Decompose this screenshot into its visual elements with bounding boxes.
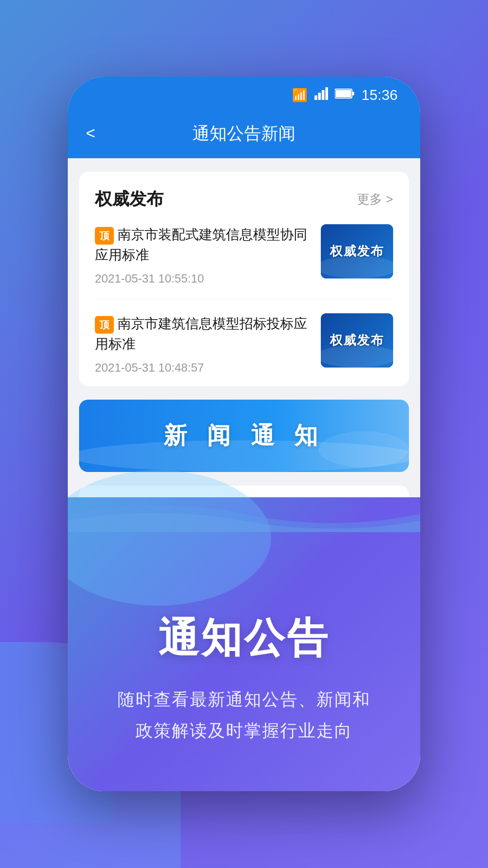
svg-rect-1 bbox=[318, 93, 321, 100]
status-icons: 📶 15:36 bbox=[292, 87, 398, 104]
svg-rect-0 bbox=[314, 95, 317, 100]
battery-icon bbox=[335, 88, 355, 102]
phone-frame: 📶 15:36 < 通知公告新闻 bbox=[68, 77, 420, 791]
news-title-2: 顶南京市建筑信息模型招标投标应用标准 bbox=[95, 313, 310, 354]
news-image-1: 权威发布 bbox=[321, 224, 393, 278]
svg-rect-6 bbox=[352, 92, 354, 95]
news-banner: 新 闻 通 知 bbox=[79, 400, 409, 472]
banner-text: 新 闻 通 知 bbox=[164, 420, 324, 452]
page-title: 通知公告新闻 bbox=[192, 122, 296, 145]
news-date-2: 2021-05-31 10:48:57 bbox=[95, 361, 310, 375]
news-date-1: 2021-05-31 10:55:10 bbox=[95, 272, 310, 286]
authority-more[interactable]: 更多 > bbox=[357, 191, 393, 208]
authority-title: 权威发布 bbox=[95, 188, 164, 211]
authority-section: 权威发布 更多 > 顶南京市装配式建筑信息模型协同应用标准 2021-05-31… bbox=[79, 172, 409, 386]
authority-header: 权威发布 更多 > bbox=[95, 188, 393, 211]
overlay-desc: 随时查看最新通知公告、新闻和 政策解读及时掌握行业走向 bbox=[117, 684, 371, 746]
back-button[interactable]: < bbox=[86, 124, 95, 143]
top-badge-1: 顶 bbox=[95, 227, 114, 245]
news-content-2: 顶南京市建筑信息模型招标投标应用标准 2021-05-31 10:48:57 bbox=[95, 313, 310, 375]
status-bar: 📶 15:36 bbox=[68, 77, 420, 113]
svg-rect-5 bbox=[336, 90, 351, 97]
wifi-icon: 📶 bbox=[292, 88, 308, 103]
overlay-title: 通知公告 bbox=[158, 611, 330, 666]
news-title-1: 顶南京市装配式建筑信息模型协同应用标准 bbox=[95, 224, 310, 265]
bottom-overlay: 通知公告 随时查看最新通知公告、新闻和 政策解读及时掌握行业走向 bbox=[68, 497, 420, 791]
app-header: < 通知公告新闻 bbox=[68, 113, 420, 158]
news-content-1: 顶南京市装配式建筑信息模型协同应用标准 2021-05-31 10:55:10 bbox=[95, 224, 310, 286]
signal-icon bbox=[314, 87, 328, 103]
svg-rect-2 bbox=[322, 90, 324, 100]
svg-rect-3 bbox=[325, 87, 328, 100]
wave-top bbox=[68, 496, 420, 532]
news-image-2: 权威发布 bbox=[321, 313, 393, 368]
news-item-2[interactable]: 顶南京市建筑信息模型招标投标应用标准 2021-05-31 10:48:57 权… bbox=[95, 313, 393, 375]
status-time: 15:36 bbox=[361, 87, 398, 104]
top-badge-2: 顶 bbox=[95, 316, 114, 334]
news-item-1[interactable]: 顶南京市装配式建筑信息模型协同应用标准 2021-05-31 10:55:10 … bbox=[95, 224, 393, 300]
